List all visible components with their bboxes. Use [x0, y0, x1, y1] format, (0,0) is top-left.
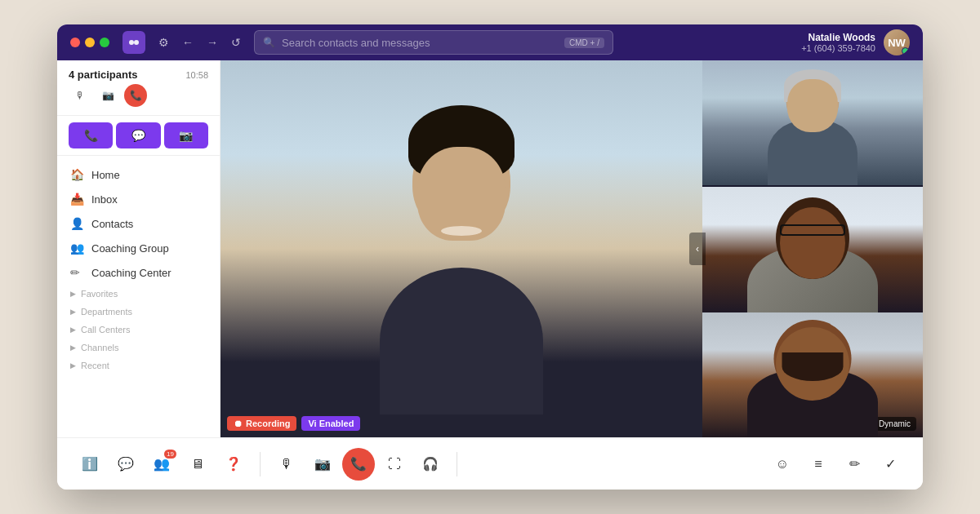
sidebar-item-label: Home	[91, 169, 120, 181]
recording-badge: ⏺ Recording	[227, 416, 296, 431]
divider-right	[457, 452, 457, 476]
avatar: NW	[884, 29, 910, 55]
sidebar-item-label: Contacts	[91, 218, 133, 230]
end-call-button-center[interactable]: 📞	[342, 448, 375, 481]
group-icon: 👥	[70, 241, 83, 255]
favorites-arrow: ▶	[70, 290, 76, 298]
help-button[interactable]: ❓	[217, 448, 250, 481]
camera-toggle-button[interactable]: 📷	[96, 84, 119, 107]
nav-section-departments[interactable]: ▶ Departments	[57, 303, 220, 321]
camera-icon: 📷	[314, 456, 331, 472]
mute-button[interactable]: 🎙	[69, 84, 91, 107]
edit-icon: ✏	[849, 456, 860, 472]
emoji-button[interactable]: ☺	[766, 448, 799, 481]
screen-button[interactable]: ⛶	[378, 448, 411, 481]
center-tools: 🎙 📷 📞 ⛶ 🎧	[270, 448, 447, 481]
back-icon[interactable]: ←	[179, 33, 197, 52]
title-bar: ⚙ ← → ↺ 🔍 CMD + / Natalie Woods +1 (604)…	[57, 24, 923, 60]
video-area: ⏺ Recording Vi Enabled ‹	[220, 60, 923, 437]
sidebar-item-label: Coaching Center	[91, 267, 172, 279]
side-video-top	[702, 60, 923, 187]
sidebar-item-label: Coaching Group	[91, 242, 169, 255]
sidebar-item-home[interactable]: 🏠 Home	[57, 162, 220, 187]
nav-section-favorites[interactable]: ▶ Favorites	[57, 285, 220, 303]
search-bar[interactable]: 🔍 CMD + /	[254, 30, 613, 55]
vi-badge: Vi Enabled	[301, 416, 360, 431]
close-button[interactable]	[70, 38, 80, 47]
end-call-icon: 📞	[350, 456, 367, 472]
check-button[interactable]: ✓	[874, 448, 906, 481]
inbox-icon: 📥	[70, 193, 83, 206]
favorites-label: Favorites	[81, 289, 118, 299]
avatar-status	[902, 47, 909, 55]
camera-button[interactable]: 📷	[306, 448, 339, 481]
search-shortcut: CMD + /	[564, 38, 604, 48]
side-videos: ‹	[702, 60, 923, 437]
channels-label: Channels	[81, 343, 118, 352]
collapse-button[interactable]: ‹	[689, 233, 706, 265]
help-icon: ❓	[225, 456, 242, 472]
nav-section-channels[interactable]: ▶ Channels	[57, 339, 220, 357]
sidebar-item-label: Inbox	[91, 193, 118, 206]
check-icon: ✓	[885, 456, 896, 472]
app-logo	[122, 31, 145, 54]
tab-chat[interactable]: 💬	[116, 122, 160, 148]
participants-count: 4 participants	[69, 69, 138, 81]
user-info: Natalie Woods +1 (604) 359-7840 NW	[801, 29, 910, 55]
chat-button[interactable]: 💬	[109, 448, 142, 481]
headset-icon: 🎧	[422, 456, 439, 472]
nav-section-call-centers[interactable]: ▶ Call Centers	[57, 321, 220, 339]
emoji-icon: ☺	[776, 457, 789, 472]
screen-share-button[interactable]: 🖥	[181, 448, 214, 481]
bottom-toolbar: ℹ️ 💬 👥 19 🖥 ❓ 🎙 📷	[57, 437, 923, 490]
titlebar-controls: ⚙ ← → ↺	[155, 33, 244, 52]
search-input[interactable]	[282, 37, 558, 49]
departments-label: Departments	[81, 307, 132, 317]
right-tools: ☺ ≡ ✏ ✓	[766, 448, 906, 481]
end-call-button[interactable]: 📞	[124, 84, 147, 107]
minimize-button[interactable]	[85, 38, 95, 47]
tab-phone[interactable]: 📞	[69, 122, 113, 148]
user-text: Natalie Woods +1 (604) 359-7840	[801, 32, 875, 53]
vi-label: Vi Enabled	[308, 419, 354, 428]
participants-icon: 👥	[154, 456, 170, 472]
tab-video[interactable]: 📷	[164, 122, 208, 148]
recording-dot: ⏺	[234, 419, 243, 428]
sidebar-item-inbox[interactable]: 📥 Inbox	[57, 187, 220, 211]
info-button[interactable]: ℹ️	[74, 448, 106, 481]
participants-badge: 19	[164, 450, 176, 459]
divider-left	[260, 452, 261, 476]
screen-share-icon: 🖥	[191, 457, 204, 472]
sidebar-item-coaching-center[interactable]: ✏ Coaching Center	[57, 260, 220, 285]
recording-label: Recording	[246, 419, 290, 428]
search-icon: 🔍	[263, 37, 275, 48]
refresh-icon[interactable]: ↺	[228, 33, 244, 52]
sidebar-item-contacts[interactable]: 👤 Contacts	[57, 211, 220, 236]
recent-label: Recent	[81, 361, 109, 370]
call-header: 4 participants 10:58 🎙 📷 📞	[57, 60, 220, 116]
nav-items: 🏠 Home 📥 Inbox 👤 Contacts 👥 Coaching Gro…	[57, 156, 220, 437]
dynamic-label: Dynamic	[879, 419, 911, 428]
home-icon: 🏠	[70, 168, 83, 181]
contacts-icon: 👤	[70, 217, 83, 230]
edit-button[interactable]: ✏	[838, 448, 871, 481]
sidebar-item-coaching-group[interactable]: 👥 Coaching Group	[57, 236, 220, 260]
participants-button[interactable]: 👥 19	[145, 448, 178, 481]
edit-nav-icon: ✏	[70, 266, 83, 279]
forward-icon[interactable]: →	[203, 33, 221, 52]
settings-icon[interactable]: ⚙	[155, 33, 172, 52]
menu-icon: ≡	[814, 457, 822, 472]
traffic-lights	[70, 38, 109, 47]
screen-icon: ⛶	[388, 457, 401, 472]
mic-button[interactable]: 🎙	[270, 448, 303, 481]
maximize-button[interactable]	[100, 38, 109, 47]
mic-icon: 🎙	[280, 457, 293, 472]
nav-section-recent[interactable]: ▶ Recent	[57, 357, 220, 374]
svg-point-1	[134, 40, 139, 45]
menu-button[interactable]: ≡	[802, 448, 835, 481]
main-content: 4 participants 10:58 🎙 📷 📞 📞 💬 📷 🏠 Home	[57, 60, 923, 437]
sidebar: 4 participants 10:58 🎙 📷 📞 📞 💬 📷 🏠 Home	[57, 60, 220, 437]
headset-button[interactable]: 🎧	[414, 448, 447, 481]
call-time: 10:58	[185, 70, 208, 80]
side-video-mid	[702, 187, 923, 312]
